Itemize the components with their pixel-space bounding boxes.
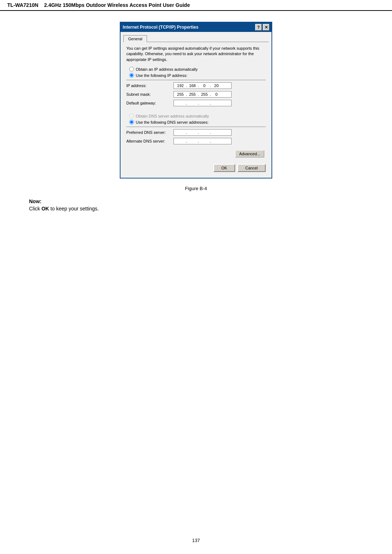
now-text-bold: OK (41, 206, 49, 212)
ok-button[interactable]: OK (213, 164, 235, 172)
radio-obtain-auto-input[interactable] (129, 67, 134, 71)
gateway-dot-1: . (186, 101, 187, 105)
subnet-field-row: Subnet mask: . . . (126, 91, 266, 98)
tab-row: General (123, 35, 269, 42)
subnet-dot-3: . (210, 92, 211, 97)
ip-dot-3: . (210, 83, 211, 88)
preferred-dns-row: Preferred DNS server: . . . (126, 129, 266, 136)
page-number: 137 (192, 538, 200, 543)
header-model: TL-WA7210N (7, 2, 38, 8)
preferred-seg-4[interactable] (211, 130, 221, 135)
cancel-button[interactable]: Cancel (237, 164, 266, 172)
alternate-seg-4[interactable] (211, 139, 221, 143)
dns-radio-group: Obtain DNS server address automatically … (129, 114, 263, 124)
subnet-input[interactable]: . . . (173, 91, 232, 98)
subnet-label: Subnet mask: (126, 92, 173, 97)
ip-field-row: IP address: . . . (126, 82, 266, 89)
alternate-seg-1[interactable] (175, 139, 185, 143)
dialog-window: Internet Protocol (TCP/IP) Properties ? … (120, 22, 272, 178)
preferred-dns-label: Preferred DNS server: (126, 130, 173, 135)
dns-fields-section: Preferred DNS server: . . . (123, 128, 269, 148)
preferred-seg-1[interactable] (175, 130, 185, 135)
now-label: Now: (29, 198, 363, 204)
ip-input[interactable]: . . . (173, 82, 232, 89)
radio-use-following[interactable]: Use the following IP address: (129, 73, 263, 78)
radio-use-following-label: Use the following IP address: (136, 73, 187, 78)
figure-caption: Figure B-4 (29, 186, 363, 191)
advanced-button[interactable]: Advanced... (235, 150, 264, 157)
ip-fields-section: IP address: . . . Subnet mask: (123, 81, 269, 110)
dialog-title-text: Internet Protocol (TCP/IP) Properties (123, 25, 199, 30)
gateway-seg-2[interactable] (187, 101, 197, 105)
preferred-dot-2: . (198, 130, 199, 135)
dialog-body: General You can get IP settings assigned… (121, 32, 271, 178)
ip-dot-2: . (198, 83, 199, 88)
ip-seg-1[interactable] (175, 83, 185, 88)
radio-dns-auto-input[interactable] (129, 114, 134, 118)
dialog-footer: Advanced... (123, 148, 269, 163)
now-text: Click OK to keep your settings. (29, 206, 363, 212)
radio-dns-auto-label: Obtain DNS server address automatically (136, 114, 209, 118)
page-content: Internet Protocol (TCP/IP) Properties ? … (0, 11, 392, 222)
gateway-seg-3[interactable] (199, 101, 209, 105)
dialog-wrapper: Internet Protocol (TCP/IP) Properties ? … (29, 22, 363, 178)
alternate-dot-3: . (210, 139, 211, 143)
ip-label: IP address: (126, 83, 173, 88)
preferred-dns-input[interactable]: . . . (173, 129, 232, 136)
radio-dns-manual-input[interactable] (129, 120, 134, 124)
now-section: Now: Click OK to keep your settings. (29, 198, 363, 212)
dns-section: Obtain DNS server address automatically … (123, 114, 269, 148)
subnet-dot-1: . (186, 92, 187, 97)
radio-obtain-auto[interactable]: Obtain an IP address automatically (129, 67, 263, 71)
gateway-seg-4[interactable] (211, 101, 221, 105)
gateway-label: Default gateway: (126, 101, 173, 105)
alternate-dot-1: . (186, 139, 187, 143)
radio-dns-manual[interactable]: Use the following DNS server addresses: (129, 120, 263, 124)
gateway-dot-3: . (210, 101, 211, 105)
separator-1 (126, 80, 266, 80)
alternate-dns-input[interactable]: . . . (173, 138, 232, 144)
radio-dns-auto[interactable]: Obtain DNS server address automatically (129, 114, 263, 118)
separator-2 (126, 127, 266, 127)
preferred-seg-2[interactable] (187, 130, 197, 135)
alternate-seg-2[interactable] (187, 139, 197, 143)
alternate-dns-label: Alternate DNS server: (126, 139, 173, 143)
dialog-title-buttons: ? ✕ (255, 24, 269, 30)
info-text: You can get IP settings assigned automat… (126, 46, 266, 62)
subnet-seg-4[interactable] (211, 92, 221, 97)
subnet-seg-2[interactable] (187, 92, 197, 97)
preferred-dot-1: . (186, 130, 187, 135)
radio-dns-manual-label: Use the following DNS server addresses: (136, 120, 209, 124)
gateway-seg-1[interactable] (175, 101, 185, 105)
header-title: 2.4GHz 150Mbps Outdoor Wireless Access P… (44, 2, 190, 8)
ip-seg-3[interactable] (199, 83, 209, 88)
subnet-seg-1[interactable] (175, 92, 185, 97)
alternate-dns-row: Alternate DNS server: . . . (126, 138, 266, 144)
alternate-seg-3[interactable] (199, 139, 209, 143)
radio-obtain-auto-label: Obtain an IP address automatically (136, 67, 197, 71)
dialog-titlebar: Internet Protocol (TCP/IP) Properties ? … (121, 22, 271, 32)
now-text-prefix: Click (29, 206, 41, 212)
close-button[interactable]: ✕ (263, 24, 269, 30)
help-button[interactable]: ? (255, 24, 262, 30)
gateway-input[interactable]: . . . (173, 100, 232, 106)
alternate-dot-2: . (198, 139, 199, 143)
subnet-seg-3[interactable] (199, 92, 209, 97)
ip-dot-1: . (186, 83, 187, 88)
dialog-action-row: OK Cancel (123, 163, 269, 175)
ip-seg-4[interactable] (211, 83, 221, 88)
subnet-dot-2: . (198, 92, 199, 97)
preferred-dot-3: . (210, 130, 211, 135)
radio-use-following-input[interactable] (129, 73, 134, 78)
header-bar: TL-WA7210N 2.4GHz 150Mbps Outdoor Wirele… (0, 0, 392, 11)
gateway-field-row: Default gateway: . . . (126, 100, 266, 106)
ip-radio-group: Obtain an IP address automatically Use t… (129, 67, 263, 78)
now-text-suffix: to keep your settings. (49, 206, 99, 212)
preferred-seg-3[interactable] (199, 130, 209, 135)
general-tab[interactable]: General (123, 35, 147, 42)
ip-seg-2[interactable] (187, 83, 197, 88)
gateway-dot-2: . (198, 101, 199, 105)
